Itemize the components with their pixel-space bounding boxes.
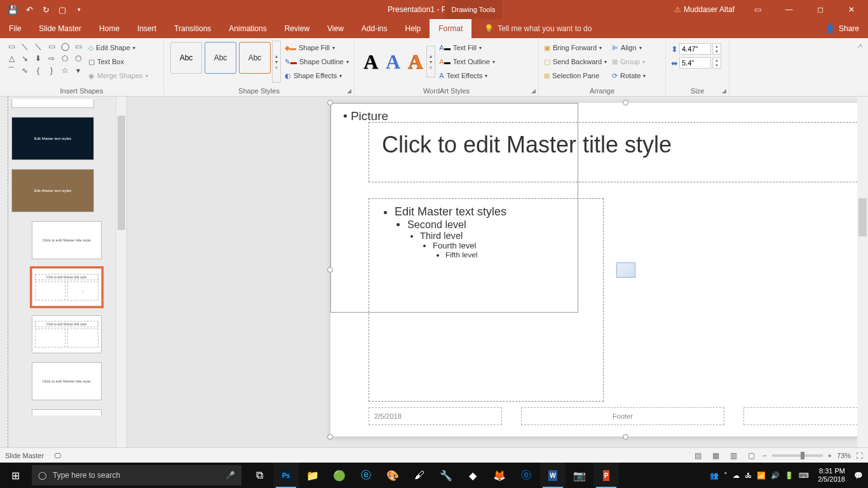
tab-format[interactable]: Format	[430, 19, 471, 38]
tray-battery-icon[interactable]: 🔋	[785, 471, 794, 480]
shape-style-gallery[interactable]: Abc Abc Abc ▴▾▿	[169, 41, 281, 83]
align-button[interactable]: ⊫Align ▾	[612, 41, 646, 55]
send-backward-button[interactable]: ▢Send Backward ▾	[544, 55, 607, 69]
zoom-slider[interactable]	[772, 454, 823, 457]
taskbar-ie[interactable]: ⓔ	[353, 463, 379, 488]
undo-icon[interactable]: ↶	[22, 2, 37, 17]
selection-pane-button[interactable]: ⊞Selection Pane	[544, 69, 607, 83]
content-placeholder[interactable]: Edit Master text styles Second level Thi…	[369, 198, 604, 402]
taskbar-app4[interactable]: ◆	[460, 463, 485, 488]
taskbar-clock[interactable]: 8:31 PM 2/5/2018	[814, 467, 849, 484]
resize-handle-s[interactable]	[623, 434, 628, 440]
maximize-icon[interactable]: ◻	[806, 0, 834, 19]
qat-more-icon[interactable]: ▾	[71, 2, 86, 17]
zoom-in-icon[interactable]: +	[828, 452, 832, 459]
shapes-gallery[interactable]: ▭＼＼▭◯▭ △↘⬇⇨⬠⬡ ⌒∿{}☆▾	[5, 41, 85, 83]
share-button[interactable]: 👤 Share	[817, 24, 868, 33]
wordart-more[interactable]: ▴▾▿	[426, 46, 435, 78]
resize-handle-w[interactable]	[327, 267, 333, 273]
wordart-gallery[interactable]: A A A ▴▾▿	[360, 41, 435, 83]
status-display-settings-icon[interactable]: 🖵	[54, 452, 61, 459]
tab-animations[interactable]: Animations	[220, 19, 275, 38]
bring-forward-button[interactable]: ▣Bring Forward ▾	[544, 41, 607, 55]
collapse-ribbon-icon[interactable]: ㅅ	[857, 41, 864, 51]
fit-to-window-icon[interactable]: ⛶	[856, 452, 863, 459]
footer-placeholder[interactable]: Footer	[521, 407, 724, 425]
width-spinner[interactable]: ▲▼	[712, 57, 721, 69]
text-outline-button[interactable]: AText Outline ▾	[439, 55, 494, 69]
tray-network-icon[interactable]: 🖧	[745, 471, 752, 479]
taskbar-search[interactable]: ◯ Type here to search 🎤	[32, 465, 241, 485]
slide-scrollbar-vertical[interactable]	[857, 97, 868, 447]
reading-view-icon[interactable]: ▥	[727, 451, 740, 461]
rotate-button[interactable]: ⟳Rotate ▾	[612, 69, 646, 83]
thumb-layout-2-selected[interactable]: Click to edit Master title style ▫	[32, 268, 102, 306]
wordart-style-3[interactable]: A	[404, 50, 426, 74]
tab-transitions[interactable]: Transitions	[165, 19, 220, 38]
start-from-beginning-icon[interactable]: ▢	[55, 2, 70, 17]
zoom-level[interactable]: 73%	[837, 452, 851, 459]
height-spinner[interactable]: ▲▼	[712, 43, 721, 55]
minimize-icon[interactable]: —	[775, 0, 803, 19]
zoom-out-icon[interactable]: −	[763, 452, 766, 459]
thumb-layout-3[interactable]: Click to edit Master title style	[32, 315, 102, 353]
shape-styles-launcher[interactable]: ◢	[347, 88, 351, 94]
thumb-layout-1[interactable]: Click to edit Master title style	[32, 221, 102, 259]
tab-file[interactable]: File	[0, 19, 30, 38]
slideshow-icon[interactable]: ▢	[745, 451, 757, 461]
thumb-layout-5[interactable]	[32, 409, 102, 416]
tab-addins[interactable]: Add-ins	[353, 19, 397, 38]
tab-home[interactable]: Home	[90, 19, 128, 38]
taskbar-app5[interactable]: 📷	[567, 463, 592, 488]
redo-icon[interactable]: ↻	[38, 2, 53, 17]
normal-view-icon[interactable]: ▤	[691, 451, 704, 461]
resize-handle-nw[interactable]	[327, 100, 333, 105]
text-fill-button[interactable]: AText Fill ▾	[439, 41, 494, 55]
taskbar-chrome[interactable]: 🟢	[327, 463, 352, 488]
thumb-master-2[interactable]: Edit Master text styles	[11, 169, 94, 212]
user-name[interactable]: Muddaser Altaf	[684, 5, 741, 14]
shape-effects-button[interactable]: ◐Shape Effects ▾	[285, 69, 349, 83]
wordart-style-2[interactable]: A	[382, 50, 404, 74]
text-box-button[interactable]: ▢Text Box	[88, 55, 148, 69]
tray-language-icon[interactable]: ⌨	[799, 471, 809, 480]
slide-number-placeholder[interactable]: ‹#›	[743, 407, 868, 425]
save-icon[interactable]: 💾	[5, 2, 20, 17]
tray-volume-icon[interactable]: 🔊	[771, 471, 780, 480]
ribbon-options-icon[interactable]: ▭	[743, 0, 772, 19]
shape-fill-button[interactable]: ◆Shape Fill ▾	[285, 41, 349, 55]
taskbar-app3[interactable]: 🔧	[433, 463, 459, 488]
thumb-layout-4[interactable]: Click to edit Master title style	[32, 362, 102, 400]
shape-style-more[interactable]: ▴▾▿	[272, 41, 281, 83]
taskbar-explorer[interactable]: 📁	[300, 463, 325, 488]
text-effects-button[interactable]: AText Effects ▾	[439, 69, 494, 83]
wordart-style-1[interactable]: A	[360, 50, 382, 74]
shape-style-1[interactable]: Abc	[170, 42, 202, 74]
slide-canvas-area[interactable]: Click to edit Master title style Edit Ma…	[127, 97, 868, 447]
tab-help[interactable]: Help	[397, 19, 430, 38]
mic-icon[interactable]: 🎤	[226, 471, 235, 480]
date-placeholder[interactable]: 2/5/2018	[369, 407, 502, 425]
tray-people-icon[interactable]: 👥	[710, 471, 719, 480]
taskbar-word[interactable]: W	[540, 463, 566, 488]
tab-slide-master[interactable]: Slide Master	[30, 19, 90, 38]
thumb-partial-top[interactable]	[11, 99, 94, 108]
start-button[interactable]: ⊞	[0, 463, 31, 488]
tray-up-icon[interactable]: ˄	[724, 471, 728, 480]
task-view-icon[interactable]: ⧉	[247, 463, 272, 488]
width-input[interactable]: 5.4"	[679, 57, 711, 69]
taskbar-edge[interactable]: ⓔ	[513, 463, 539, 488]
thumb-scrollbar[interactable]	[116, 97, 126, 447]
wordart-launcher[interactable]: ◢	[531, 88, 536, 94]
size-launcher[interactable]: ◢	[722, 88, 726, 94]
taskbar-photoshop[interactable]: Ps	[273, 463, 299, 488]
edit-shape-button[interactable]: ◇Edit Shape ▾	[88, 41, 148, 55]
height-input[interactable]: 4.47"	[679, 43, 711, 55]
tab-review[interactable]: Review	[276, 19, 318, 38]
taskbar-powerpoint[interactable]: P	[593, 463, 619, 488]
resize-handle-sw[interactable]	[327, 434, 333, 440]
thumb-master-1[interactable]: Edit Master text styles	[11, 117, 94, 160]
title-placeholder[interactable]: Click to edit Master title style	[369, 122, 868, 182]
tab-view[interactable]: View	[318, 19, 353, 38]
shape-style-2[interactable]: Abc	[205, 42, 236, 74]
